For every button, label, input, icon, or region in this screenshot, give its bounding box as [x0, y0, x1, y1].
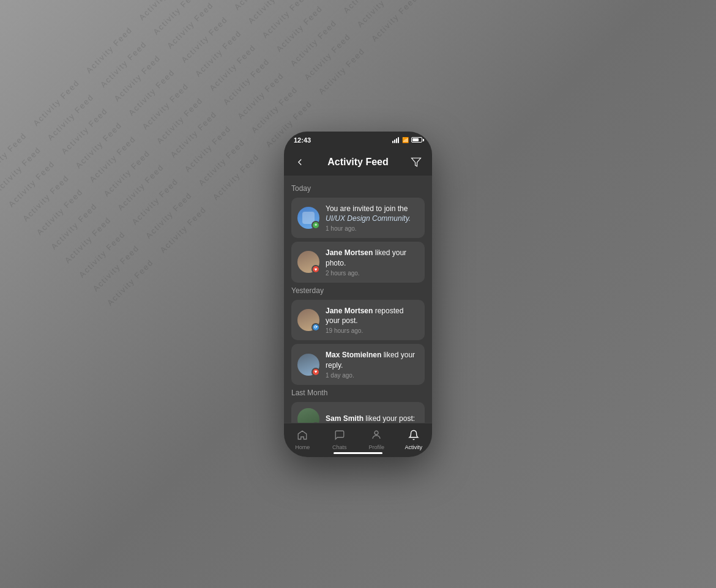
section-last-month-label: Last Month: [291, 389, 425, 397]
activity-description: Sam Smith liked your post:: [326, 414, 419, 422]
bottom-navigation: Home Chats Profile: [284, 423, 432, 457]
section-yesterday-label: Yesterday: [291, 286, 425, 295]
activity-description: Max Stomielnen liked your reply.: [326, 350, 419, 371]
user-name: Jane Mortsen: [326, 307, 373, 315]
activity-feed-content: Today + You are invited to join the UI/U…: [284, 176, 432, 423]
svg-marker-0: [412, 158, 421, 166]
phone-frame: 12:43 📶 Activity Feed: [284, 132, 432, 457]
section-today-label: Today: [291, 184, 425, 193]
nav-home[interactable]: Home: [289, 427, 316, 453]
community-name: UI/UX Design Community.: [326, 214, 411, 223]
chats-icon: [334, 430, 345, 442]
activity-text: Max Stomielnen liked your reply. 1 day a…: [326, 350, 419, 379]
wifi-icon: 📶: [402, 137, 409, 143]
badge-plus: +: [311, 221, 320, 229]
avatar: +: [297, 207, 319, 229]
avatar: ♥: [297, 354, 319, 376]
nav-activity-label: Activity: [405, 444, 422, 450]
activity-icon: [408, 430, 419, 442]
activity-description: Jane Mortsen reposted your post.: [326, 306, 419, 327]
avatar: ⟳: [297, 309, 319, 331]
nav-home-label: Home: [295, 444, 310, 450]
activity-description: You are invited to join the UI/UX Design…: [326, 204, 419, 225]
activity-text: Sam Smith liked your post:: [326, 414, 419, 422]
battery-icon: [411, 137, 422, 143]
profile-icon: [371, 430, 382, 442]
activity-text: You are invited to join the UI/UX Design…: [326, 204, 419, 233]
user-name: Sam Smith: [326, 414, 364, 422]
user-name: Jane Mortsen: [326, 248, 373, 257]
nav-profile[interactable]: Profile: [363, 427, 390, 453]
badge-repost: ⟳: [311, 323, 320, 332]
phone-body: 12:43 📶 Activity Feed: [284, 132, 432, 457]
activity-time: 1 day ago.: [326, 372, 419, 379]
avatar: ♥: [297, 251, 319, 273]
user-name: Max Stomielnen: [326, 351, 381, 359]
list-item[interactable]: ♥ Jane Mortsen liked your photo. 2 hours…: [291, 242, 425, 283]
activity-text: Jane Mortsen liked your photo. 2 hours a…: [326, 248, 419, 277]
header: Activity Feed: [284, 149, 432, 176]
back-arrow-icon: [294, 157, 305, 168]
nav-chats-label: Chats: [332, 444, 347, 450]
activity-time: 19 hours ago.: [326, 327, 419, 334]
list-item[interactable]: ⟳ Jane Mortsen reposted your post. 19 ho…: [291, 300, 425, 341]
status-time: 12:43: [294, 136, 311, 144]
svg-point-1: [375, 431, 378, 434]
list-item[interactable]: ♥ Max Stomielnen liked your reply. 1 day…: [291, 344, 425, 385]
nav-profile-label: Profile: [368, 444, 384, 450]
page-title: Activity Feed: [327, 157, 389, 168]
list-item[interactable]: ♥ Sam Smith liked your post:: [291, 402, 425, 423]
status-bar: 12:43 📶: [284, 132, 432, 149]
status-icons: 📶: [392, 137, 422, 143]
activity-time: 2 hours ago.: [326, 270, 419, 277]
activity-description: Jane Mortsen liked your photo.: [326, 248, 419, 269]
badge-heart: ♥: [311, 265, 320, 274]
avatar: ♥: [297, 408, 319, 423]
nav-chats[interactable]: Chats: [326, 427, 353, 453]
signal-icon: [392, 137, 399, 143]
nav-activity[interactable]: Activity: [400, 427, 427, 453]
home-icon: [297, 430, 308, 442]
home-indicator: [334, 452, 382, 454]
activity-time: 1 hour ago.: [326, 225, 419, 232]
badge-heart: ♥: [311, 368, 320, 376]
back-button[interactable]: [293, 155, 307, 169]
filter-icon: [411, 157, 422, 168]
filter-button[interactable]: [409, 155, 423, 169]
list-item[interactable]: + You are invited to join the UI/UX Desi…: [291, 198, 425, 239]
activity-text: Jane Mortsen reposted your post. 19 hour…: [326, 306, 419, 335]
